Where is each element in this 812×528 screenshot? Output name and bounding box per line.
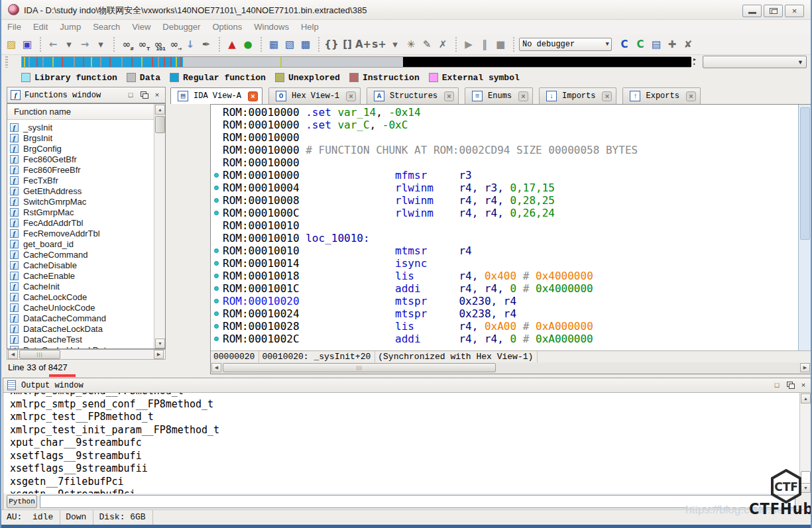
- tab-enums[interactable]: ≡Enums×: [465, 87, 533, 104]
- function-row[interactable]: fBrgConfig: [7, 143, 154, 154]
- function-row[interactable]: fBrgsInit: [7, 132, 154, 143]
- function-row[interactable]: fCacheUnlockCode: [7, 302, 154, 313]
- make-string-icon[interactable]: s+: [371, 36, 387, 52]
- disasm-line[interactable]: ROM:0001002C addi r4, r4, 0 # 0xA000000: [223, 333, 638, 345]
- menu-item-windows[interactable]: Windows: [248, 20, 295, 32]
- menu-item-file[interactable]: File: [1, 20, 27, 32]
- nav-forward-dropdown-icon[interactable]: ▾: [93, 36, 109, 52]
- functions-close-button[interactable]: ×: [152, 90, 162, 100]
- scroll-down-icon[interactable]: ▼: [155, 339, 165, 348]
- function-row[interactable]: fCacheLockCode: [7, 291, 154, 302]
- scroll-up-icon[interactable]: ▲: [155, 105, 165, 115]
- functions-scroll-thumb[interactable]: [155, 116, 165, 133]
- menu-item-jump[interactable]: Jump: [54, 20, 87, 32]
- output-window-header[interactable]: Output window □ ×: [3, 378, 811, 393]
- disasm-line[interactable]: ROM:00010000 # FUNCTION CHUNK AT ROM:000…: [223, 144, 638, 156]
- add-breakpoint-icon[interactable]: ✚: [664, 36, 680, 52]
- function-row[interactable]: fFecTxBfr: [7, 175, 154, 185]
- tab-close-icon[interactable]: ×: [518, 91, 528, 101]
- windows-list-icon[interactable]: ▩: [298, 36, 314, 52]
- output-float-button[interactable]: [785, 380, 795, 390]
- scroll-up-icon[interactable]: ▲: [801, 394, 811, 403]
- function-row[interactable]: fSwitchGmrpMac: [7, 196, 154, 207]
- menu-item-options[interactable]: Options: [206, 20, 248, 32]
- save-icon[interactable]: ▣: [19, 36, 35, 52]
- menu-item-help[interactable]: Help: [295, 20, 325, 32]
- function-row[interactable]: fDataCacheUnlockData: [7, 344, 154, 349]
- function-row[interactable]: fFecRemoveAddrTbl: [7, 228, 154, 238]
- output-log[interactable]: xmlrpc_smtp_send__FP8method_txmlrpc_smtp…: [3, 393, 799, 494]
- attach-process-icon[interactable]: C: [616, 36, 632, 52]
- functions-float-button[interactable]: [139, 90, 149, 100]
- function-row[interactable]: f_sysInit: [7, 122, 154, 132]
- debug-stop-icon[interactable]: ■: [493, 36, 508, 52]
- menu-item-search[interactable]: Search: [87, 20, 126, 32]
- make-code-icon[interactable]: {}: [323, 36, 339, 52]
- scroll-right-icon[interactable]: ▶: [800, 363, 810, 372]
- scroll-left-icon[interactable]: ◀: [8, 350, 18, 359]
- function-row[interactable]: fCacheCommand: [7, 249, 154, 260]
- disassembly-area[interactable]: ROM:00010000 .set var_14, -0x14ROM:00010…: [211, 105, 798, 350]
- disasm-line[interactable]: ROM:00010028 lis r4, 0xA00 # 0xA000000: [223, 320, 638, 333]
- nav-forward-icon[interactable]: →: [77, 36, 93, 52]
- make-data-icon[interactable]: []: [339, 36, 355, 52]
- menu-item-debugger[interactable]: Debugger: [156, 20, 206, 32]
- jump-address-icon[interactable]: ↓: [182, 36, 198, 52]
- functions-window-header[interactable]: f Functions window □ ×: [7, 87, 166, 103]
- disasm-line[interactable]: ROM:0001000C rlwinm r4, r4, 0,26,24: [223, 207, 638, 219]
- string-dropdown-icon[interactable]: ▾: [387, 36, 403, 52]
- function-row[interactable]: fDataCacheLockData: [7, 323, 154, 334]
- nav-back-icon[interactable]: ←: [45, 36, 61, 52]
- function-row[interactable]: fDataCacheTest: [7, 334, 154, 344]
- patch-icon[interactable]: ✎: [419, 36, 435, 52]
- search-immediate-icon[interactable]: ∞101: [150, 36, 166, 52]
- function-row[interactable]: fFec860FreeBfr: [7, 164, 154, 175]
- ida-vertical-scrollbar[interactable]: [798, 105, 811, 350]
- function-row[interactable]: fFec860GetBfr: [7, 154, 154, 164]
- disasm-line[interactable]: ROM:00010020 mtspr 0x230, r4: [223, 295, 638, 307]
- tab-structures[interactable]: AStructures×: [367, 87, 459, 104]
- menu-item-edit[interactable]: Edit: [27, 20, 54, 32]
- search-binary-icon[interactable]: ∞#: [119, 36, 135, 52]
- scroll-left-icon[interactable]: ◀: [211, 363, 221, 372]
- functions-column-header[interactable]: Function name: [7, 104, 154, 120]
- tab-close-icon[interactable]: ×: [686, 91, 696, 101]
- disasm-line[interactable]: ROM:00010000 .set var_14, -0x14: [223, 106, 638, 119]
- scroll-right-icon[interactable]: ▶: [154, 350, 164, 359]
- function-row[interactable]: fGetEthAddress: [7, 185, 154, 196]
- maximize-button[interactable]: [764, 5, 783, 17]
- analysis-indicator-icon[interactable]: ●: [240, 36, 256, 52]
- tab-hex-view-1[interactable]: OHex View-1×: [268, 87, 361, 104]
- functions-hscroll-thumb[interactable]: |||: [19, 350, 60, 359]
- disasm-line[interactable]: ROM:0001001C addi r4, r4, 0 # 0x4000000: [223, 282, 638, 295]
- undefine-icon[interactable]: ✗: [435, 36, 451, 52]
- debugger-combo[interactable]: No debugger▼: [519, 38, 612, 51]
- remove-breakpoint-icon[interactable]: ✘: [680, 36, 696, 52]
- tab-exports[interactable]: ↑Exports×: [622, 87, 700, 104]
- disasm-line[interactable]: ROM:00010024 mtspr 0x238, r4: [223, 307, 638, 320]
- continue-process-icon[interactable]: C: [632, 36, 648, 52]
- signature-lock-icon[interactable]: ✒: [198, 36, 214, 52]
- make-name-icon[interactable]: A+: [355, 36, 371, 52]
- disasm-line[interactable]: ROM:00010000: [223, 131, 638, 144]
- function-row[interactable]: fCacheDisable: [7, 260, 154, 270]
- disasm-line[interactable]: ROM:00010010 mtmsr r4: [223, 244, 638, 257]
- tab-close-icon[interactable]: ×: [248, 91, 258, 101]
- function-row[interactable]: fDataCacheCommand: [7, 313, 154, 323]
- scroll-down-icon[interactable]: ▼: [801, 483, 811, 493]
- disasm-line[interactable]: ROM:00010018 lis r4, 0x400 # 0x4000000: [223, 270, 638, 282]
- function-row[interactable]: fget_board_id: [7, 238, 154, 249]
- ida-scroll-thumb[interactable]: [800, 107, 810, 240]
- disasm-line[interactable]: ROM:00010000 .set var_C, -0xC: [223, 119, 638, 131]
- close-button[interactable]: ×: [785, 5, 804, 17]
- output-close-button[interactable]: ×: [798, 380, 809, 390]
- ida-hscroll-thumb[interactable]: |||: [223, 363, 496, 372]
- disasm-line[interactable]: ROM:00010010: [223, 219, 638, 232]
- function-row[interactable]: fCacheInit: [7, 281, 154, 291]
- disasm-line[interactable]: ROM:00010010 loc_10010:: [223, 232, 638, 244]
- nav-back-dropdown-icon[interactable]: ▾: [61, 36, 77, 52]
- functions-maximize-button[interactable]: □: [125, 90, 136, 100]
- disasm-line[interactable]: ROM:00010008 rlwinm r4, r4, 0,28,25: [223, 194, 638, 207]
- function-row[interactable]: fRstGmrpMac: [7, 207, 154, 217]
- restore-window-icon[interactable]: ▧: [282, 36, 298, 52]
